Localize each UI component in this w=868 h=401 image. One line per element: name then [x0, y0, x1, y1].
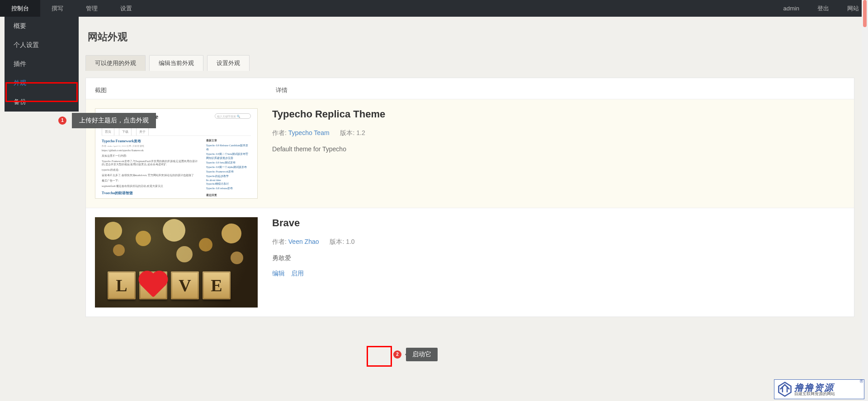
- love-block-l: L: [108, 271, 136, 299]
- watermark-subtitle: 自建互联网资源的网站: [794, 392, 835, 396]
- love-block-v: V: [171, 271, 199, 299]
- theme-row: L V E Brave 作者: Veen Zhao 版本: 1.0 勇敢爱 编辑…: [86, 208, 854, 317]
- annotation-tooltip-2: 启动它: [406, 348, 438, 361]
- theme-description: 勇敢爱: [272, 254, 845, 262]
- nav-console[interactable]: 控制台: [0, 0, 40, 17]
- theme-version: 1.0: [346, 238, 354, 245]
- col-header-detail: 详情: [276, 86, 845, 94]
- theme-panel: 截图 详情 Typecho Official Site 造有Typecho的关键…: [85, 78, 854, 317]
- thumb-search: 输入关键字搜索 🔍: [215, 113, 251, 119]
- theme-name: Brave: [272, 217, 845, 229]
- version-label: 版本:: [340, 129, 356, 136]
- sidebar-item-appearance[interactable]: 外观: [5, 74, 79, 93]
- nav-logout[interactable]: 登出: [808, 0, 838, 17]
- sidebar-item-profile[interactable]: 个人设置: [5, 36, 79, 55]
- tab-available-themes[interactable]: 可以使用的外观: [85, 55, 146, 71]
- nav-write[interactable]: 撰写: [40, 0, 75, 17]
- theme-row: Typecho Official Site 造有Typecho的关键信息 输入关…: [86, 99, 854, 208]
- watermark: 撸撸资源 自建互联网资源的网站 ®: [774, 379, 864, 399]
- scrollbar-thumb[interactable]: [863, 0, 867, 27]
- watermark-logo-icon: [777, 382, 793, 397]
- theme-name: Typecho Replica Theme: [272, 108, 845, 120]
- love-block-e: E: [203, 271, 231, 299]
- nav-user[interactable]: admin: [774, 0, 808, 17]
- page-title: 网站外观: [88, 30, 854, 44]
- col-header-screenshot: 截图: [95, 86, 276, 94]
- author-label: 作者:: [272, 238, 288, 245]
- tab-theme-settings[interactable]: 设置外观: [207, 55, 250, 71]
- tab-edit-theme[interactable]: 编辑当前外观: [149, 55, 203, 71]
- nav-settings[interactable]: 设置: [109, 0, 143, 17]
- main-content: 网站外观 可以使用的外观 编辑当前外观 设置外观 截图 详情 Typecho O…: [79, 17, 861, 401]
- annotation-badge-1: 1: [58, 117, 66, 125]
- appearance-tabs: 可以使用的外观 编辑当前外观 设置外观: [85, 55, 854, 71]
- watermark-title: 撸撸资源: [794, 383, 835, 392]
- sidebar: 概要 个人设置 插件 外观 备份: [5, 17, 79, 112]
- theme-enable-link[interactable]: 启用: [291, 270, 304, 277]
- theme-description: Default theme for Typecho: [272, 145, 845, 153]
- theme-version: 1.2: [356, 129, 365, 136]
- annotation-badge-2: 2: [393, 350, 401, 359]
- sidebar-item-backup[interactable]: 备份: [5, 93, 79, 112]
- annotation-tooltip-1: 上传好主题后，点击外观: [72, 113, 156, 128]
- theme-edit-link[interactable]: 编辑: [272, 270, 285, 277]
- scrollbar[interactable]: [862, 0, 868, 401]
- nav-manage[interactable]: 管理: [75, 0, 109, 17]
- sidebar-item-overview[interactable]: 概要: [5, 17, 79, 36]
- theme-author-link[interactable]: Veen Zhao: [288, 238, 319, 245]
- version-label: 版本:: [330, 238, 346, 245]
- heart-icon: [141, 273, 165, 298]
- love-block-heart: [139, 271, 167, 299]
- sidebar-item-plugins[interactable]: 插件: [5, 55, 79, 74]
- theme-author-link[interactable]: Typecho Team: [288, 129, 330, 136]
- theme-screenshot: L V E: [95, 217, 258, 308]
- top-nav: 控制台 撰写 管理 设置 admin 登出 网站: [0, 0, 868, 17]
- author-label: 作者:: [272, 129, 288, 136]
